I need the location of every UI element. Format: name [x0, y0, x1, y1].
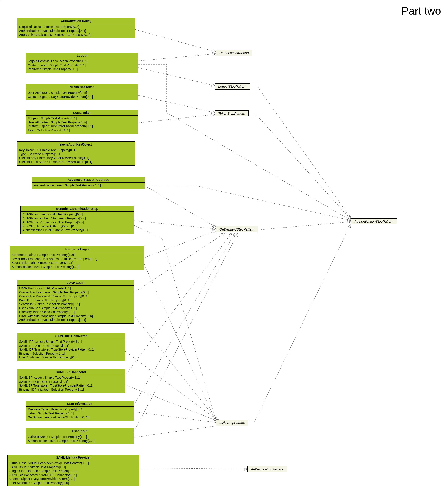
class-generic-auth-step: Generic Authentication Step AuthStates: … — [20, 206, 134, 234]
class-logout: Logout Logout Behaviour : Selection Prop… — [26, 53, 138, 73]
class-header: Authorization Policy — [17, 18, 135, 24]
class-user-information: User Information Message Type : Selectio… — [26, 401, 134, 421]
class-user-input: User Input Variable Name : Simple Text P… — [26, 428, 134, 444]
page-title: Part two — [401, 5, 441, 17]
iface-token-step-pattern: TokenStepPattern — [215, 110, 249, 116]
diagram-canvas: Part two — [0, 0, 448, 486]
class-nevisauth-keyobject: nevisAuth KeyObject KeyObject ID : Simpl… — [17, 141, 135, 166]
class-saml-idp-connector: SAML IDP Connector SAML IDP Issuer : Sim… — [17, 333, 125, 361]
iface-path-location-addon: PathLocationAddon — [216, 50, 252, 56]
class-saml-identity-provider: SAML Identity Provider Virtual Host : Vi… — [8, 454, 139, 486]
class-nevis-sectoken: NEVIS SecToken User Attributes : Simple … — [26, 84, 138, 100]
class-kerberos-login: Kerberos Login Kerberos Realms : Simple … — [10, 246, 144, 270]
class-saml-sp-connector: SAML SP Connector SAML SP Issuer : Simpl… — [17, 369, 125, 393]
class-body: Required Roles : Simple Text Property[0.… — [17, 24, 135, 38]
iface-initial-step-pattern: InitialStepPattern — [216, 420, 248, 426]
class-advanced-session-upgrade: Advanced Session Upgrade Authentication … — [32, 177, 145, 189]
class-saml-token: SAML Token Subject : Simple Text Propert… — [26, 110, 138, 134]
iface-authentication-service: AuthenticationService — [248, 466, 287, 472]
class-ldap-login: LDAP Login LDAP Endpoints : URL Property… — [17, 280, 134, 324]
iface-logout-step-pattern: LogoutStepPattern — [215, 83, 250, 89]
class-authorization-policy: Authorization Policy Required Roles : Si… — [17, 18, 135, 39]
iface-ondemand-step-pattern: OnDemandStepPattern — [216, 226, 258, 232]
iface-authentication-step-pattern: AuthenticationStepPattern — [351, 218, 397, 224]
